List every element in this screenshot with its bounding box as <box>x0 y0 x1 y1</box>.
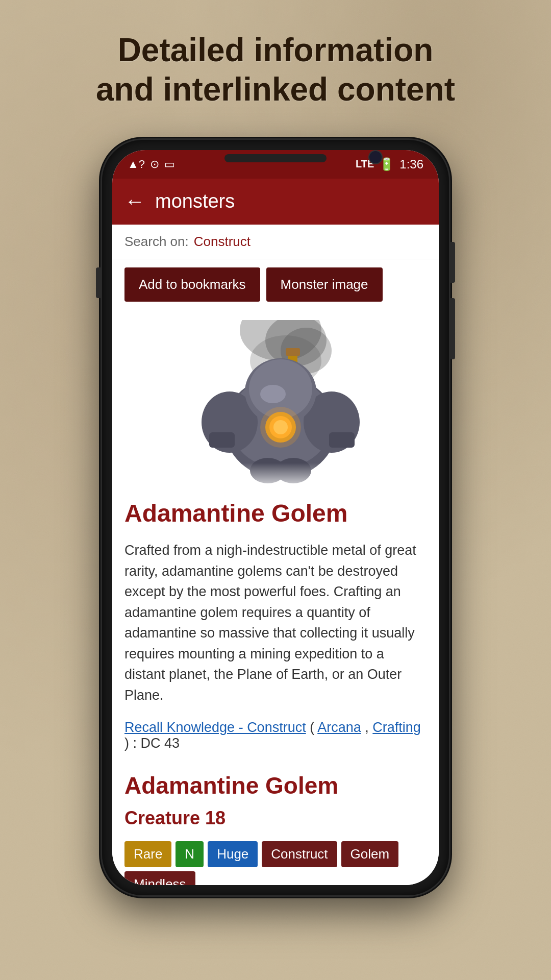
creature-level-badge: Creature 18 <box>124 807 226 829</box>
page-header-title: Detailed information and interlinked con… <box>41 31 510 109</box>
tag-construct[interactable]: Construct <box>262 841 337 867</box>
search-on-value[interactable]: Construct <box>194 234 251 250</box>
tag-rare[interactable]: Rare <box>124 841 171 867</box>
monster-image <box>179 320 372 494</box>
svg-rect-5 <box>286 348 300 356</box>
phone-volume-button <box>96 267 101 298</box>
tag-huge[interactable]: Huge <box>208 841 258 867</box>
recall-dc: : DC 43 <box>133 736 180 751</box>
monster-primary-name: Adamantine Golem <box>124 499 427 528</box>
recall-open-paren: ( <box>310 720 314 735</box>
status-left-icons: ▲? ⊙ ▭ <box>128 158 175 171</box>
app-bar: ← monsters <box>112 179 439 225</box>
circle-icon: ⊙ <box>150 158 159 171</box>
phone-speaker <box>224 154 327 162</box>
phone-camera <box>368 150 383 164</box>
monster-description: Crafted from a nigh-indestructible metal… <box>112 536 439 716</box>
page-header: Detailed information and interlinked con… <box>0 0 551 130</box>
sd-card-icon: ▭ <box>164 158 175 171</box>
search-on-label: Search on: <box>124 234 189 250</box>
phone-screen: ▲? ⊙ ▭ LTE 🔋 1:36 ← monsters Search on: … <box>112 150 439 885</box>
phone-power-button <box>450 242 455 283</box>
content-area[interactable]: Search on: Construct Add to bookmarks Mo… <box>112 225 439 885</box>
recall-close-paren: ) <box>124 736 129 751</box>
svg-point-15 <box>260 407 301 448</box>
crafting-link[interactable]: Crafting <box>372 720 421 735</box>
monster-name-section: Adamantine Golem <box>112 494 439 536</box>
monster-image-area <box>112 310 439 494</box>
tags-row: Rare N Huge Construct Golem Mindless <box>112 837 439 885</box>
add-to-bookmarks-button[interactable]: Add to bookmarks <box>124 267 260 302</box>
wifi-icon: ▲? <box>128 158 145 171</box>
phone-frame: ▲? ⊙ ▭ LTE 🔋 1:36 ← monsters Search on: … <box>102 140 449 895</box>
phone-side-button <box>450 298 455 359</box>
back-button[interactable]: ← <box>124 190 145 213</box>
recall-comma: , <box>365 720 369 735</box>
svg-point-16 <box>260 385 286 403</box>
svg-rect-21 <box>209 432 235 448</box>
svg-rect-23 <box>179 463 372 494</box>
second-monster-header: Adamantine Golem Creature 18 <box>112 762 439 837</box>
tag-neutral[interactable]: N <box>176 841 204 867</box>
time-display: 1:36 <box>399 157 423 172</box>
arcana-link[interactable]: Arcana <box>317 720 361 735</box>
action-buttons: Add to bookmarks Monster image <box>112 259 439 310</box>
svg-rect-22 <box>329 432 355 448</box>
app-bar-title: monsters <box>155 190 235 212</box>
recall-knowledge-link[interactable]: Recall Knowledge - Construct <box>124 720 306 735</box>
tag-golem[interactable]: Golem <box>341 841 399 867</box>
monster-secondary-name: Adamantine Golem <box>124 772 338 799</box>
status-right-icons: LTE 🔋 1:36 <box>356 157 423 172</box>
search-on-bar: Search on: Construct <box>112 225 439 259</box>
tag-mindless[interactable]: Mindless <box>124 871 195 885</box>
monster-image-button[interactable]: Monster image <box>266 267 383 302</box>
recall-knowledge-section: Recall Knowledge - Construct ( Arcana , … <box>112 716 439 762</box>
